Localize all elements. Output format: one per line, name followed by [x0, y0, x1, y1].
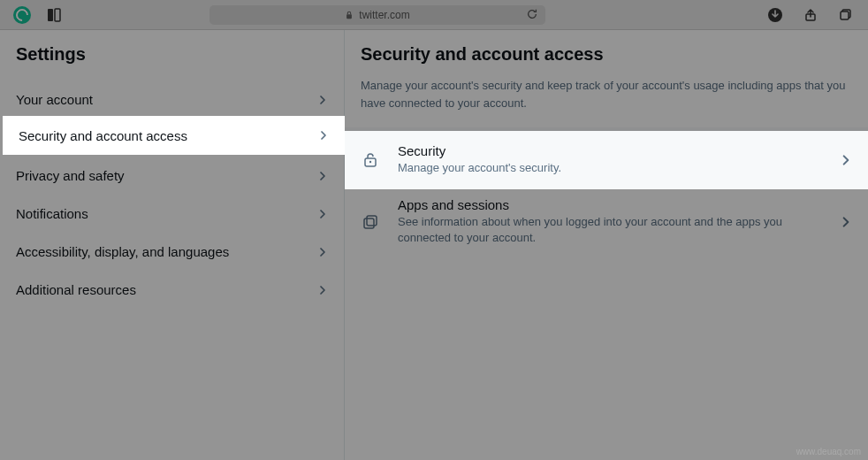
address-bar[interactable]: twitter.com [209, 5, 545, 25]
sidebar-item-your-account[interactable]: Your account [0, 80, 344, 119]
url-host: twitter.com [359, 9, 409, 21]
sidebar-item-label: Accessibility, display, and languages [16, 244, 229, 259]
chevron-right-icon [317, 209, 328, 219]
chevron-right-icon [317, 247, 328, 257]
lock-icon [361, 147, 380, 166]
downloads-icon[interactable] [764, 5, 787, 25]
tabs-icon[interactable] [834, 5, 857, 25]
chevron-right-icon [317, 95, 328, 105]
option-security[interactable]: Security Manage your account's security. [345, 127, 868, 185]
sidebar-item-security-access[interactable]: Security and account access [0, 119, 344, 157]
chevron-right-icon [317, 171, 328, 181]
settings-sidebar: Settings Your account Security and accou… [0, 30, 345, 460]
svg-point-8 [369, 157, 371, 158]
pane-description: Manage your account's security and keep … [345, 73, 868, 127]
option-title: Security [398, 140, 822, 155]
share-icon[interactable] [799, 5, 822, 25]
chevron-right-icon [840, 150, 852, 163]
apps-icon [361, 212, 380, 232]
svg-rect-2 [346, 14, 352, 19]
chevron-right-icon [317, 285, 328, 295]
chevron-right-icon [840, 216, 852, 228]
sidebar-item-privacy-safety[interactable]: Privacy and safety [0, 157, 344, 195]
lock-icon [345, 11, 354, 19]
sidebar-item-label: Notifications [16, 206, 88, 221]
sidebar-title: Settings [0, 30, 344, 80]
detail-pane: Security and account access Manage your … [345, 30, 868, 460]
sidebar-item-label: Privacy and safety [16, 168, 125, 183]
pane-title: Security and account access [345, 30, 868, 73]
content-area: Settings Your account Security and accou… [0, 30, 868, 460]
reload-icon[interactable] [526, 8, 538, 20]
svg-rect-9 [367, 216, 377, 226]
sidebar-item-label: Additional resources [16, 282, 136, 297]
option-subtitle: Manage your account's security. [398, 157, 822, 172]
browser-toolbar: twitter.com [0, 0, 868, 30]
sidebar-item-accessibility[interactable]: Accessibility, display, and languages [0, 233, 344, 271]
sidebar-item-label: Your account [16, 92, 93, 107]
chevron-right-icon [317, 133, 328, 143]
svg-rect-0 [48, 9, 53, 21]
svg-rect-10 [364, 218, 374, 228]
reader-mode-icon[interactable] [42, 5, 65, 25]
svg-rect-1 [55, 9, 60, 21]
option-title: Apps and sessions [398, 197, 822, 212]
sidebar-item-additional-resources[interactable]: Additional resources [0, 271, 344, 309]
option-subtitle: See information about when you logged in… [398, 214, 822, 246]
sidebar-item-notifications[interactable]: Notifications [0, 195, 344, 233]
svg-rect-6 [841, 12, 849, 19]
extension-grammarly[interactable] [11, 5, 34, 25]
sidebar-item-label: Security and account access [16, 130, 185, 145]
option-apps-sessions[interactable]: Apps and sessions See information about … [345, 185, 868, 258]
